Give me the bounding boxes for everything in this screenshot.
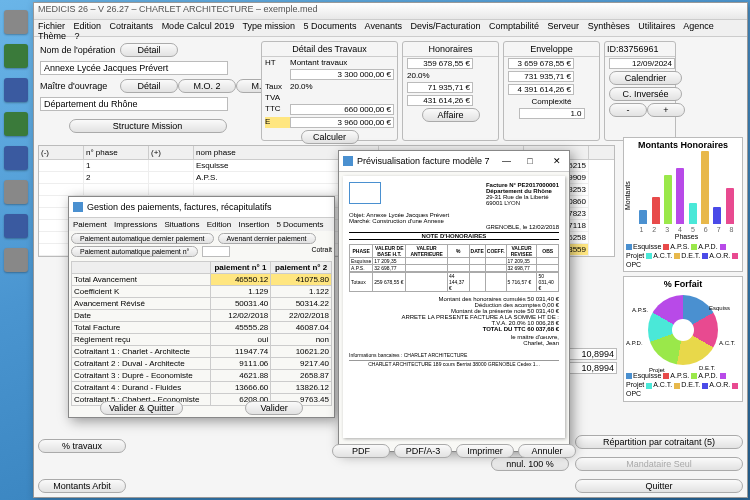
- menu-item[interactable]: Agence: [683, 21, 714, 31]
- pct-travaux-button[interactable]: % travaux: [38, 439, 126, 453]
- menu-item[interactable]: Cotraitants: [110, 21, 154, 31]
- menu-item[interactable]: Synthèses: [588, 21, 630, 31]
- menu-item[interactable]: Edition: [74, 21, 102, 31]
- pdfa-button[interactable]: PDF/A-3: [394, 444, 452, 458]
- montants-arbit-button[interactable]: Montants Arbit: [38, 479, 126, 493]
- affaire-button[interactable]: Affaire: [422, 108, 480, 122]
- desktop-icon[interactable]: [4, 44, 28, 68]
- valider-quitter-button[interactable]: Valider & Quitter: [100, 401, 183, 415]
- desktop-icon[interactable]: [4, 180, 28, 204]
- menu-item[interactable]: 5 Documents: [304, 21, 357, 31]
- desktop-icon[interactable]: [4, 112, 28, 136]
- hon-pct: 20.0%: [407, 71, 430, 80]
- date-value[interactable]: 12/09/2024: [609, 58, 675, 69]
- window-title: MEDICIS 26 – V 26.27 – CHARLET ARCHITECT…: [34, 3, 747, 20]
- marche-label: Marché: [349, 218, 369, 224]
- col-p2[interactable]: paiement n° 2: [271, 262, 332, 274]
- pdf-button[interactable]: PDF: [332, 444, 390, 458]
- mandataire-button[interactable]: Mandataire Seul: [575, 457, 743, 471]
- invoice-table: PHASEVALEUR DE BASE H.T.VALEUR ANTERIEUR…: [349, 244, 559, 292]
- menu-item[interactable]: Thème: [38, 31, 66, 41]
- desktop-icon[interactable]: [4, 214, 28, 238]
- menu-item[interactable]: 5 Documents: [276, 220, 323, 229]
- op-name-field[interactable]: Annexe Lycée Jacques Prévert: [40, 61, 228, 75]
- mo2-button[interactable]: M.O. 2: [178, 79, 236, 93]
- e-button[interactable]: E: [265, 117, 290, 128]
- minus-button[interactable]: -: [609, 103, 647, 117]
- y-axis-label: Montants: [624, 152, 631, 240]
- invoice-document: Facture N° PE2017000001 Département du R…: [343, 176, 565, 438]
- dialog-title: Gestion des paiements, factures, récapit…: [87, 202, 272, 212]
- quitter-button[interactable]: Quitter: [575, 479, 743, 493]
- note-header: NOTE D'HONORAIRES: [349, 232, 559, 240]
- repartition-button[interactable]: Répartition par cotraitant (5): [575, 435, 743, 449]
- menu-item[interactable]: Avenants: [365, 21, 402, 31]
- minimize-icon[interactable]: —: [502, 156, 511, 166]
- menu-item[interactable]: Insertion: [238, 220, 269, 229]
- maximize-icon[interactable]: □: [523, 156, 536, 166]
- desktop-icon[interactable]: [4, 78, 28, 102]
- menu-item[interactable]: Edition: [207, 220, 231, 229]
- menu-item[interactable]: Serveur: [548, 21, 580, 31]
- menu-item[interactable]: Comptabilité: [489, 21, 539, 31]
- calendrier-button[interactable]: Calendrier: [609, 71, 682, 85]
- dialog-title: Prévisualisation facture modèle 7: [357, 156, 490, 166]
- pay-n-field[interactable]: [202, 246, 230, 257]
- detail-button[interactable]: Détail: [120, 79, 178, 93]
- travaux-panel: Détail des Travaux HTMontant travaux 3 3…: [261, 41, 398, 141]
- env-v1: 3 659 678,55 €: [508, 58, 574, 69]
- enveloppe-panel: Enveloppe 3 659 678,55 € 731 935,71 € 4 …: [503, 41, 600, 141]
- id-header: ID:83756961: [605, 42, 675, 57]
- menu-item[interactable]: Devis/Facturation: [411, 21, 481, 31]
- menu-item[interactable]: Situations: [164, 220, 199, 229]
- hon-v3: 71 935,71 €: [407, 82, 473, 93]
- logo-icon: [349, 182, 381, 204]
- imprimer-button[interactable]: Imprimer: [456, 444, 514, 458]
- cp: 69001 LYON: [486, 200, 520, 206]
- close-icon[interactable]: ✕: [549, 156, 565, 166]
- calculer-button[interactable]: Calculer: [301, 130, 359, 144]
- detail-button[interactable]: Détail: [120, 43, 178, 57]
- mo-field[interactable]: Département du Rhône: [40, 97, 228, 111]
- x-axis-label: Phases: [631, 233, 742, 240]
- col-plus[interactable]: (+): [149, 146, 194, 159]
- menu-item[interactable]: Utilitaires: [638, 21, 675, 31]
- env-v2: 731 935,71 €: [508, 71, 574, 82]
- montant-travaux-value[interactable]: 3 300 000,00 €: [290, 69, 394, 80]
- app-icon: [73, 202, 83, 212]
- col-p1[interactable]: paiement n° 1: [210, 262, 271, 274]
- hon-v4: 431 614,26 €: [407, 95, 473, 106]
- pie-icon: [648, 295, 718, 365]
- annuler-button[interactable]: Annuler: [518, 444, 576, 458]
- auto-pay-n-button[interactable]: Paiement automatique paiement n°: [71, 246, 198, 257]
- menu-item[interactable]: Mode Calcul 2019: [162, 21, 235, 31]
- menu-bar: Fichier Edition Cotraitants Mode Calcul …: [34, 20, 747, 37]
- desktop-icon[interactable]: [4, 248, 28, 272]
- taux-label: Taux: [265, 82, 290, 91]
- menu-item[interactable]: Paiement: [73, 220, 107, 229]
- tva-label: TVA: [265, 93, 290, 102]
- auto-pay-last-button[interactable]: Paiement automatique dernier paiement: [71, 233, 214, 244]
- structure-mission-button[interactable]: Structure Mission: [69, 119, 227, 133]
- menu-item[interactable]: Fichier: [38, 21, 65, 31]
- bar-chart: Montants Honoraires Montants 12345678 Ph…: [623, 137, 743, 272]
- hon-v1: 359 678,55 €: [407, 58, 473, 69]
- ttc-value: 3 960 000,00 €: [290, 117, 394, 128]
- complexite-value[interactable]: 1.0: [519, 108, 585, 119]
- menu-item[interactable]: Type mission: [243, 21, 296, 31]
- valider-button[interactable]: Valider: [245, 401, 303, 415]
- tva-value: 660 000,00 €: [290, 104, 394, 115]
- footer: CHARLET ARCHITECTURE 189 cours Berriat 3…: [349, 360, 559, 367]
- payment-table: paiement n° 1paiement n° 2 Total Avancem…: [71, 261, 332, 406]
- c-inversee-button[interactable]: C. Inversée: [609, 87, 682, 101]
- desktop-icon[interactable]: [4, 146, 28, 170]
- menu-item[interactable]: Impressions: [114, 220, 157, 229]
- montant-travaux-label: Montant travaux: [290, 58, 394, 67]
- desktop-icon[interactable]: [4, 10, 28, 34]
- menu-item[interactable]: ?: [75, 31, 80, 41]
- ttc-label: TOTAL DU TTC: [483, 326, 526, 332]
- avenant-last-button[interactable]: Avenant dernier paiement: [218, 233, 316, 244]
- ttc-v: 60 037,68 €: [527, 326, 559, 332]
- col-minus[interactable]: (-): [39, 146, 84, 159]
- plus-button[interactable]: +: [647, 103, 685, 117]
